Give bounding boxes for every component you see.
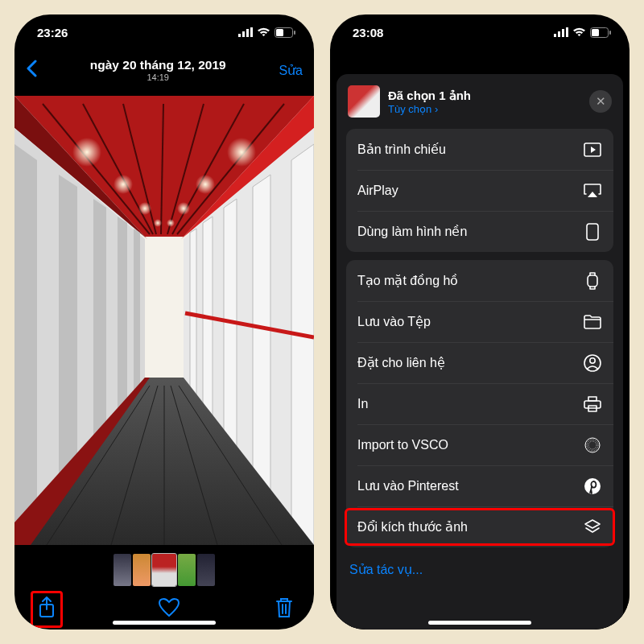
- home-indicator[interactable]: [113, 621, 216, 625]
- svg-rect-1: [242, 31, 245, 37]
- back-button[interactable]: [26, 58, 37, 83]
- thumbnail-strip[interactable]: [14, 551, 314, 589]
- pinterest-icon: [583, 477, 602, 496]
- heart-icon: [159, 598, 180, 617]
- action-label: Lưu vào Pinterest: [357, 478, 459, 493]
- action-label: AirPlay: [357, 184, 398, 198]
- close-button[interactable]: ✕: [589, 90, 612, 113]
- svg-rect-58: [588, 275, 597, 287]
- circle-icon: [583, 436, 602, 455]
- svg-rect-53: [609, 31, 611, 35]
- layers-icon: [583, 518, 602, 537]
- sheet-thumbnail: [348, 85, 380, 118]
- svg-rect-48: [558, 31, 560, 37]
- thumb[interactable]: [114, 554, 131, 586]
- watch-icon: [583, 271, 602, 291]
- svg-point-23: [227, 138, 256, 167]
- status-time: 23:26: [37, 26, 68, 39]
- action-label: Bản trình chiếu: [357, 142, 446, 157]
- chevron-right-icon: ›: [435, 103, 438, 115]
- svg-rect-52: [592, 29, 599, 36]
- action-row-phone[interactable]: Dùng làm hình nền: [346, 211, 613, 252]
- action-label: Dùng làm hình nền: [357, 224, 467, 239]
- action-label: Đổi kích thước ảnh: [357, 519, 468, 535]
- thumb[interactable]: [178, 554, 196, 586]
- edit-actions-link[interactable]: Sửa tác vụ...: [346, 555, 613, 577]
- svg-rect-57: [587, 224, 598, 240]
- trash-icon: [275, 597, 293, 618]
- action-group-2: Tạo mặt đồng hồLưu vào TệpĐặt cho liên h…: [346, 260, 613, 547]
- action-row-layers[interactable]: Đổi kích thước ảnh: [346, 506, 613, 547]
- svg-marker-28: [14, 144, 37, 545]
- share-button[interactable]: [31, 591, 63, 628]
- nav-date: ngày 20 tháng 12, 2019: [90, 58, 226, 72]
- thumb[interactable]: [133, 554, 151, 586]
- svg-rect-8: [139, 225, 189, 378]
- action-row-print[interactable]: In: [346, 383, 613, 424]
- svg-marker-35: [253, 175, 270, 505]
- battery-icon: [275, 27, 296, 38]
- svg-marker-30: [93, 199, 106, 460]
- svg-rect-50: [566, 27, 568, 37]
- battery-icon: [590, 27, 612, 38]
- thumb[interactable]: [197, 554, 215, 586]
- svg-marker-56: [588, 192, 597, 197]
- action-row-watch[interactable]: Tạo mặt đồng hồ: [346, 260, 613, 301]
- action-row-folder[interactable]: Lưu vào Tệp: [346, 301, 613, 342]
- svg-point-25: [177, 202, 190, 215]
- action-row-pinterest[interactable]: Lưu vào Pinterest: [346, 465, 613, 506]
- svg-point-21: [138, 202, 151, 215]
- svg-rect-0: [238, 34, 241, 37]
- svg-marker-31: [118, 217, 127, 426]
- share-icon: [38, 597, 56, 619]
- svg-point-20: [114, 175, 133, 194]
- svg-point-66: [588, 441, 597, 449]
- status-icons: [554, 27, 612, 38]
- action-row-airplay[interactable]: AirPlay: [346, 170, 613, 211]
- status-time: 23:08: [353, 26, 383, 39]
- svg-marker-32: [134, 229, 140, 402]
- svg-point-60: [590, 357, 595, 362]
- svg-marker-55: [591, 147, 596, 153]
- action-row-play[interactable]: Bản trình chiếu: [346, 129, 613, 170]
- svg-rect-49: [562, 29, 564, 37]
- favorite-button[interactable]: [159, 598, 180, 621]
- play-icon: [583, 140, 602, 159]
- svg-point-64: [585, 438, 600, 452]
- svg-point-67: [584, 478, 601, 494]
- home-indicator[interactable]: [428, 621, 531, 625]
- action-group-1: Bản trình chiếuAirPlayDùng làm hình nền: [346, 129, 613, 252]
- photo-viewer[interactable]: [14, 90, 314, 551]
- close-icon: ✕: [596, 94, 606, 109]
- svg-rect-6: [294, 31, 295, 35]
- action-row-contact[interactable]: Đặt cho liên hệ: [346, 342, 613, 383]
- svg-rect-5: [276, 29, 283, 36]
- svg-point-24: [196, 175, 215, 194]
- share-sheet: Đã chọn 1 ảnh Tùy chọn › ✕ Bản trình chi…: [336, 74, 623, 630]
- action-label: Đặt cho liên hệ: [357, 355, 445, 370]
- folder-icon: [583, 312, 602, 332]
- svg-rect-47: [554, 34, 556, 37]
- svg-marker-37: [203, 217, 213, 426]
- signal-icon: [554, 27, 568, 37]
- svg-marker-36: [224, 199, 237, 460]
- delete-button[interactable]: [275, 597, 293, 621]
- photo-corridor: [14, 96, 314, 545]
- nav-time: 14:19: [90, 72, 226, 83]
- sheet-title: Đã chọn 1 ảnh: [388, 89, 581, 103]
- action-label: In: [357, 397, 368, 411]
- svg-point-26: [167, 219, 175, 227]
- svg-point-19: [72, 138, 101, 167]
- print-icon: [583, 394, 602, 414]
- sheet-options-link[interactable]: Tùy chọn ›: [388, 103, 581, 115]
- action-row-circle[interactable]: Import to VSCO: [346, 424, 613, 465]
- edit-button[interactable]: Sửa: [279, 63, 303, 78]
- airplay-icon: [583, 181, 602, 200]
- status-icons: [238, 27, 296, 38]
- thumb-current[interactable]: [152, 554, 176, 586]
- svg-rect-3: [250, 27, 253, 37]
- svg-marker-29: [59, 175, 77, 505]
- svg-rect-2: [246, 29, 249, 37]
- status-bar: 23:26: [14, 14, 314, 50]
- contact-icon: [583, 353, 602, 373]
